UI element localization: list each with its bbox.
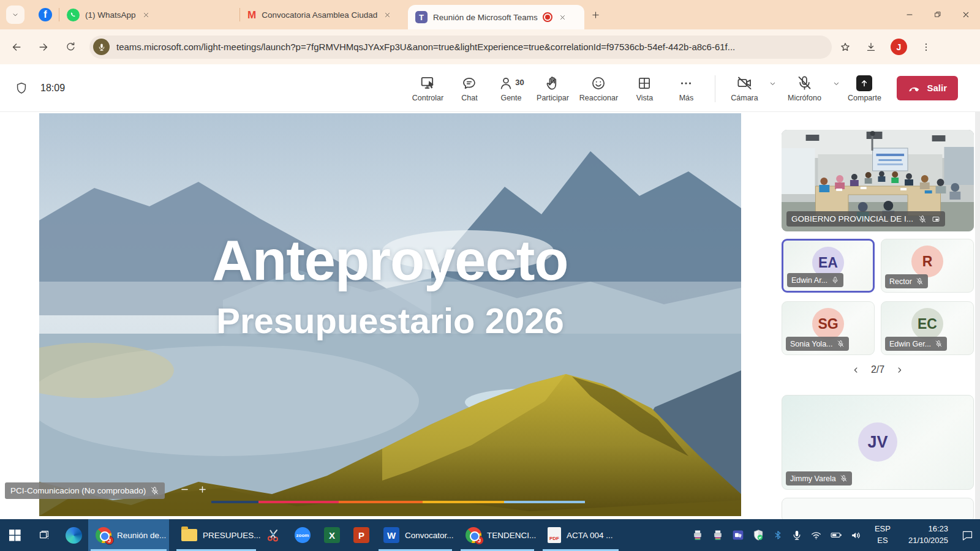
- participant-tile[interactable]: EA Edwin Ar...: [782, 239, 875, 293]
- mic-off-icon: [837, 340, 845, 348]
- downloads-icon[interactable]: [865, 41, 877, 53]
- mic-permission-icon[interactable]: [93, 39, 110, 55]
- prev-page-chevron[interactable]: [851, 365, 861, 375]
- bookmark-icon[interactable]: [839, 41, 851, 53]
- mic-button[interactable]: Micrófono: [782, 74, 827, 102]
- reader-app-icon[interactable]: [732, 529, 744, 541]
- back-button[interactable]: [6, 37, 27, 58]
- people-button[interactable]: 30 Gente: [492, 74, 530, 102]
- address-bar[interactable]: teams.microsoft.com/light-meetings/launc…: [89, 36, 832, 59]
- forward-button[interactable]: [33, 37, 54, 58]
- tab-title: Reunión de Microsoft Teams: [433, 13, 538, 22]
- scrollbar-gutter[interactable]: [975, 112, 980, 519]
- shield-icon: [15, 81, 28, 95]
- task-view-button[interactable]: [29, 519, 59, 551]
- camera-options-chevron[interactable]: [767, 79, 778, 88]
- tab-gmail[interactable]: M Convocatoria Asamblea Ciudad: [241, 4, 408, 25]
- powerpoint-button[interactable]: P: [347, 519, 376, 551]
- taskbar-task-chrome[interactable]: J TENDENCI...: [458, 519, 537, 551]
- clock[interactable]: 16:23 21/10/2025: [903, 523, 953, 547]
- windows-taskbar: J Reunión de... PRESUPUES... zoom X P W …: [0, 519, 980, 551]
- wifi-icon[interactable]: [810, 530, 822, 541]
- minimize-button[interactable]: [895, 0, 924, 29]
- reload-button[interactable]: [60, 37, 81, 58]
- avatar: R: [911, 246, 943, 277]
- printer-icon[interactable]: [712, 529, 724, 541]
- edge-button[interactable]: [59, 519, 88, 551]
- teams-icon: T: [415, 11, 428, 23]
- page-indicator: 2/7: [871, 364, 884, 375]
- react-button[interactable]: Reaccionar: [575, 74, 622, 102]
- stripe-segment: [211, 501, 258, 503]
- new-tab-button[interactable]: [590, 10, 601, 20]
- participant-tile[interactable]: EC Edwin Ger...: [881, 301, 974, 355]
- url-text[interactable]: teams.microsoft.com/light-meetings/launc…: [116, 42, 822, 52]
- participant-tile[interactable]: SG Sonia Yola...: [782, 301, 875, 355]
- taskbar-task-teams-meeting[interactable]: J Reunión de...: [88, 519, 169, 551]
- bluetooth-icon[interactable]: [772, 530, 783, 541]
- next-page-chevron[interactable]: [894, 365, 905, 375]
- windows-logo-icon: [9, 530, 21, 541]
- stripe-segment: [423, 501, 504, 503]
- pinned-tab-facebook[interactable]: f: [33, 8, 58, 21]
- hangup-phone-icon: [908, 81, 921, 95]
- view-button[interactable]: Vista: [625, 74, 663, 102]
- tab-search-button[interactable]: [6, 6, 24, 24]
- edge-icon: [66, 527, 82, 544]
- tab-separator: [59, 8, 59, 21]
- word-icon: W: [383, 527, 399, 543]
- printer-icon[interactable]: [692, 529, 704, 541]
- spotlight-tile[interactable]: JV Jimmy Varela: [782, 395, 974, 490]
- more-dots-icon: [678, 74, 694, 91]
- taskbar-task-pdf[interactable]: PDF ACTA 004 ...: [540, 519, 621, 551]
- participant-tile[interactable]: R Rector: [881, 239, 974, 293]
- more-button[interactable]: Más: [667, 74, 705, 102]
- pdf-icon: PDF: [548, 527, 561, 543]
- start-button[interactable]: [0, 519, 29, 551]
- battery-icon[interactable]: [830, 529, 842, 541]
- excel-button[interactable]: X: [317, 519, 347, 551]
- featured-video-tile[interactable]: GOBIERNO PROVINCIAL DE I...: [782, 130, 974, 231]
- menu-kebab-icon[interactable]: [921, 42, 932, 53]
- taskbar-task-word[interactable]: W Convocator...: [376, 519, 454, 551]
- camera-button[interactable]: Cámara: [725, 74, 763, 102]
- zoom-app-button[interactable]: zoom: [288, 519, 317, 551]
- tab-close-icon[interactable]: [142, 11, 150, 19]
- participant-name-pill: Edwin Ar...: [787, 273, 843, 287]
- slide-stripe: [211, 501, 585, 503]
- chat-button[interactable]: Chat: [450, 74, 488, 102]
- language-indicator[interactable]: ESP ES: [870, 523, 895, 547]
- snipping-app-button[interactable]: [258, 519, 288, 551]
- gmail-icon: M: [247, 10, 256, 20]
- tab-whatsapp[interactable]: (1) WhatsApp: [61, 4, 238, 25]
- slide-title: Anteproyecto: [39, 228, 741, 293]
- taskbar-task-folder[interactable]: PRESUPUES...: [174, 519, 258, 551]
- roster-pagination: 2/7: [782, 364, 974, 375]
- chat-icon: [461, 74, 477, 91]
- defender-shield-icon[interactable]: [752, 529, 764, 541]
- volume-icon[interactable]: [850, 530, 862, 541]
- zoom-in-button[interactable]: [197, 484, 208, 495]
- participant-name-pill: Sonia Yola...: [786, 337, 849, 351]
- notifications-icon[interactable]: [961, 529, 974, 542]
- screen: f (1) WhatsApp M Convocatoria Asamblea C…: [0, 0, 980, 551]
- tab-close-icon[interactable]: [383, 11, 391, 19]
- mic-options-chevron[interactable]: [831, 79, 842, 88]
- share-button[interactable]: Comparte: [845, 74, 883, 102]
- tab-teams-active[interactable]: T Reunión de Microsoft Teams: [408, 5, 584, 29]
- zoom-out-button[interactable]: [179, 484, 190, 495]
- control-button[interactable]: Controlar: [409, 74, 447, 102]
- window-controls: [895, 0, 980, 29]
- restore-button[interactable]: [924, 0, 952, 29]
- stripe-segment: [504, 501, 585, 503]
- avatar: SG: [812, 308, 844, 340]
- tab-close-icon[interactable]: [559, 13, 567, 21]
- raise-hand-button[interactable]: Participar: [533, 74, 571, 102]
- microphone-tray-icon[interactable]: [791, 530, 802, 541]
- close-window-button[interactable]: [952, 0, 980, 29]
- profile-avatar[interactable]: J: [891, 39, 907, 55]
- picture-in-picture-icon: [932, 215, 940, 223]
- leave-button[interactable]: Salir: [897, 76, 958, 100]
- avatar: JV: [858, 422, 897, 462]
- tab-separator: [239, 8, 240, 21]
